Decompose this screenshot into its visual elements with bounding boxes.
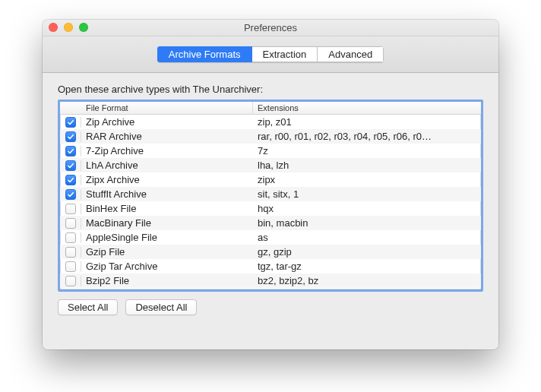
- checkbox[interactable]: [65, 189, 76, 200]
- extensions-cell: bin, macbin: [253, 217, 481, 229]
- extensions-cell: zipx: [253, 174, 481, 185]
- table-body: Zip Archivezip, z01RAR Archiverar, r00, …: [60, 115, 481, 288]
- table-row[interactable]: 7-Zip Archive7z: [60, 144, 481, 158]
- extensions-cell: tgz, tar-gz: [253, 261, 481, 272]
- window-controls: [49, 23, 88, 32]
- extensions-cell: bz2, bzip2, bz: [253, 275, 481, 286]
- row-checkbox-cell: [60, 204, 81, 214]
- extensions-cell: gz, gzip: [253, 246, 481, 258]
- row-checkbox-cell: [60, 261, 81, 272]
- checkbox[interactable]: [65, 218, 76, 229]
- format-cell: AppleSingle File: [81, 232, 253, 243]
- format-cell: BinHex File: [81, 203, 253, 214]
- table-row[interactable]: LhA Archivelha, lzh: [60, 158, 481, 172]
- row-checkbox-cell: [60, 232, 81, 243]
- row-checkbox-cell: [60, 117, 81, 128]
- table-row[interactable]: RAR Archiverar, r00, r01, r02, r03, r04,…: [60, 129, 481, 144]
- checkbox[interactable]: [65, 160, 76, 171]
- instruction-label: Open these archive types with The Unarch…: [58, 84, 483, 95]
- table-header: File Format Extensions: [60, 102, 481, 115]
- format-cell: Gzip File: [81, 246, 253, 258]
- table-row[interactable]: Zip Archivezip, z01: [60, 115, 481, 129]
- table-row[interactable]: StuffIt Archivesit, sitx, 1: [60, 187, 481, 201]
- row-checkbox-cell: [60, 189, 81, 200]
- tab-advanced[interactable]: Advanced: [318, 46, 384, 62]
- format-cell: Zip Archive: [81, 116, 253, 128]
- row-checkbox-cell: [60, 131, 81, 142]
- table-row[interactable]: MacBinary Filebin, macbin: [60, 216, 481, 230]
- extensions-cell: zip, z01: [253, 116, 481, 128]
- checkbox[interactable]: [65, 175, 76, 185]
- extensions-cell: lha, lzh: [253, 160, 481, 171]
- row-checkbox-cell: [60, 146, 81, 156]
- checkbox[interactable]: [65, 204, 76, 214]
- table-row[interactable]: BinHex Filehqx: [60, 201, 481, 216]
- content: Open these archive types with The Unarch…: [43, 73, 498, 349]
- checkbox[interactable]: [65, 247, 76, 258]
- format-cell: StuffIt Archive: [81, 188, 253, 200]
- close-icon[interactable]: [49, 23, 58, 32]
- tab-archive-formats[interactable]: Archive Formats: [157, 46, 252, 62]
- button-row: Select All Deselect All: [58, 299, 483, 315]
- checkbox[interactable]: [65, 117, 76, 128]
- select-all-button[interactable]: Select All: [58, 299, 118, 315]
- extensions-cell: sit, sitx, 1: [253, 188, 481, 200]
- row-checkbox-cell: [60, 160, 81, 171]
- checkbox[interactable]: [65, 131, 76, 142]
- tab-bar: Archive FormatsExtractionAdvanced: [157, 46, 384, 62]
- table-row[interactable]: Gzip Tar Archivetgz, tar-gz: [60, 259, 481, 273]
- titlebar: Preferences: [43, 20, 498, 36]
- extensions-cell: rar, r00, r01, r02, r03, r04, r05, r06, …: [253, 131, 481, 142]
- deselect-all-button[interactable]: Deselect All: [125, 299, 197, 315]
- table-row[interactable]: Bzip2 Filebz2, bzip2, bz: [60, 273, 481, 288]
- checkbox[interactable]: [65, 276, 76, 286]
- row-checkbox-cell: [60, 175, 81, 185]
- format-cell: 7-Zip Archive: [81, 145, 253, 156]
- format-cell: MacBinary File: [81, 217, 253, 229]
- format-cell: Bzip2 File: [81, 275, 253, 286]
- format-cell: Zipx Archive: [81, 174, 253, 185]
- minimize-icon[interactable]: [64, 23, 73, 32]
- checkbox[interactable]: [65, 146, 76, 156]
- table-row[interactable]: Zipx Archivezipx: [60, 172, 481, 187]
- formats-table[interactable]: File Format Extensions Zip Archivezip, z…: [58, 100, 483, 292]
- extensions-cell: as: [253, 232, 481, 243]
- col-header-extensions[interactable]: Extensions: [253, 102, 481, 115]
- table-row[interactable]: Gzip Filegz, gzip: [60, 245, 481, 259]
- checkbox[interactable]: [65, 232, 76, 243]
- format-cell: LhA Archive: [81, 160, 253, 171]
- zoom-icon[interactable]: [79, 23, 88, 32]
- checkbox[interactable]: [65, 261, 76, 272]
- col-header-format[interactable]: File Format: [81, 102, 253, 115]
- toolbar: Archive FormatsExtractionAdvanced: [43, 36, 498, 73]
- window-title: Preferences: [244, 22, 297, 33]
- preferences-window: Preferences Archive FormatsExtractionAdv…: [43, 20, 498, 349]
- format-cell: RAR Archive: [81, 131, 253, 142]
- row-checkbox-cell: [60, 218, 81, 229]
- tab-extraction[interactable]: Extraction: [252, 46, 318, 62]
- extensions-cell: hqx: [253, 203, 481, 214]
- format-cell: Gzip Tar Archive: [81, 261, 253, 272]
- row-checkbox-cell: [60, 276, 81, 286]
- extensions-cell: 7z: [253, 145, 481, 156]
- row-checkbox-cell: [60, 247, 81, 258]
- table-row[interactable]: AppleSingle Fileas: [60, 230, 481, 245]
